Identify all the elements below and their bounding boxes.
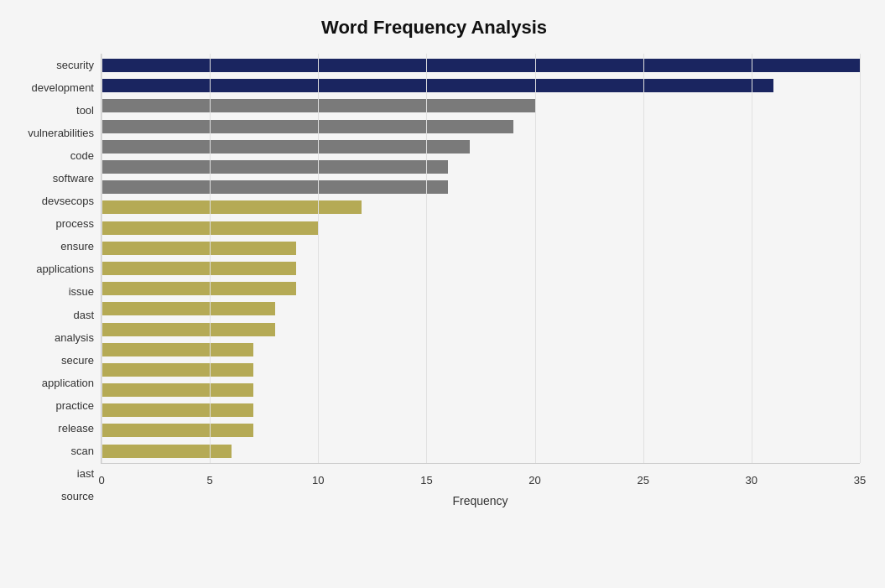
bar-row	[102, 299, 860, 318]
y-label: ensure	[60, 237, 94, 256]
x-tick-label: 25	[637, 474, 648, 487]
bar	[102, 200, 362, 214]
grid-line	[860, 54, 861, 463]
bars-section: 05101520253035	[101, 54, 860, 464]
bar-row	[102, 117, 860, 136]
bar-row	[102, 76, 860, 95]
x-tick-label: 10	[312, 474, 324, 487]
x-axis-title: Frequency	[452, 494, 508, 507]
y-label: iast	[77, 464, 94, 482]
y-axis: securitydevelopmenttoolvulnerabilitiesco…	[8, 54, 101, 507]
bar-row	[102, 421, 860, 440]
chart-area: securitydevelopmenttoolvulnerabilitiesco…	[8, 54, 860, 507]
bar-row	[102, 279, 860, 298]
y-label: software	[53, 169, 94, 188]
bar	[102, 242, 296, 255]
x-tick-label: 5	[207, 474, 213, 487]
x-tick-label: 15	[420, 474, 432, 487]
bar	[102, 363, 253, 377]
bar-row	[102, 401, 860, 419]
bar-row	[102, 158, 860, 176]
bar-row	[102, 239, 860, 258]
bar	[102, 262, 296, 275]
bar-row	[102, 320, 860, 339]
y-label: source	[61, 487, 94, 505]
bar	[102, 99, 535, 112]
bar-row	[102, 442, 860, 461]
bar-row	[102, 361, 860, 379]
bar-row	[102, 96, 860, 115]
y-label: analysis	[55, 328, 94, 346]
y-label: release	[58, 419, 94, 437]
chart-container: Word Frequency Analysis securitydevelopm…	[0, 0, 885, 588]
y-label: secure	[61, 351, 94, 369]
y-label: security	[56, 56, 94, 75]
bar-row	[102, 219, 860, 237]
bar-row	[102, 56, 860, 75]
chart-title: Word Frequency Analysis	[8, 17, 860, 39]
bar-row	[102, 138, 860, 156]
bar-row	[102, 341, 860, 359]
bar	[102, 424, 253, 437]
bar	[102, 180, 448, 194]
bar-row	[102, 178, 860, 196]
bar	[102, 343, 253, 356]
bar	[102, 323, 275, 336]
y-label: issue	[69, 283, 94, 301]
bar	[102, 120, 513, 133]
y-label: development	[32, 79, 94, 97]
y-label: applications	[36, 260, 94, 278]
bar	[102, 59, 860, 72]
y-label: practice	[55, 396, 94, 414]
y-label: dast	[73, 305, 94, 324]
y-label: scan	[71, 441, 94, 460]
bar-row	[102, 259, 860, 278]
bar	[102, 445, 232, 458]
x-tick-label: 20	[528, 474, 540, 487]
bar	[102, 403, 253, 417]
bar	[102, 383, 253, 397]
y-label: vulnerabilities	[28, 124, 94, 143]
y-label: tool	[76, 101, 94, 120]
bar	[102, 282, 296, 295]
bar	[102, 221, 318, 235]
x-tick-label: 0	[98, 474, 104, 487]
x-tick-label: 30	[746, 474, 757, 487]
x-tick-label: 35	[854, 474, 866, 487]
bar	[102, 140, 470, 154]
bar	[102, 160, 448, 174]
y-label: devsecops	[42, 192, 94, 211]
bar-row	[102, 381, 860, 399]
y-label: code	[70, 147, 94, 165]
bar	[102, 79, 773, 92]
bar-row	[102, 198, 860, 216]
y-label: application	[42, 373, 94, 392]
y-label: process	[55, 215, 94, 233]
bar	[102, 302, 275, 315]
